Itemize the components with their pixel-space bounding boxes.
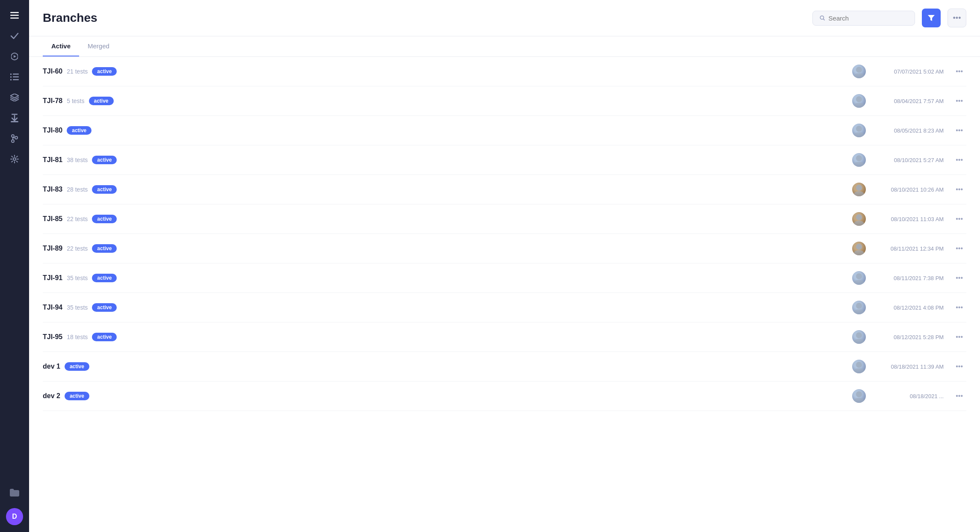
branch-date: 08/11/2021 12:34 PM xyxy=(871,245,944,252)
branch-more-button[interactable]: ••• xyxy=(952,302,966,313)
svg-point-25 xyxy=(854,103,864,108)
branch-date: 08/12/2021 4:08 PM xyxy=(871,304,944,311)
branch-meta: 07/07/2021 5:02 AM ••• xyxy=(852,65,966,78)
svg-rect-8 xyxy=(13,77,19,78)
user-avatar[interactable]: D xyxy=(6,508,23,525)
svg-point-30 xyxy=(856,185,862,191)
status-badge: active xyxy=(92,67,117,76)
branch-more-button[interactable]: ••• xyxy=(952,361,966,372)
branch-meta: 08/12/2021 5:28 PM ••• xyxy=(852,330,966,344)
search-input[interactable] xyxy=(829,15,908,22)
menu-icon[interactable] xyxy=(6,7,23,24)
branch-info: TJI-94 35 tests active xyxy=(43,303,852,312)
branch-date: 08/05/2021 8:23 AM xyxy=(871,127,944,134)
branch-name: TJI-81 xyxy=(43,156,62,164)
svg-point-28 xyxy=(856,155,862,161)
table-row: TJI-95 18 tests active 08/12/2021 5:28 P… xyxy=(43,322,966,352)
status-badge: active xyxy=(92,244,117,253)
folder-icon[interactable] xyxy=(6,484,23,501)
avatar xyxy=(852,212,866,226)
branch-meta: 08/11/2021 7:38 PM ••• xyxy=(852,271,966,285)
branch-info: TJI-78 5 tests active xyxy=(43,97,852,105)
svg-rect-7 xyxy=(10,77,12,78)
branch-meta: 08/10/2021 10:26 AM ••• xyxy=(852,183,966,196)
branch-more-button[interactable]: ••• xyxy=(952,213,966,225)
avatar xyxy=(852,301,866,314)
branch-date: 07/07/2021 5:02 AM xyxy=(871,68,944,75)
branch-name: TJI-85 xyxy=(43,215,62,223)
branch-more-button[interactable]: ••• xyxy=(952,66,966,77)
svg-rect-5 xyxy=(10,74,12,75)
table-row: TJI-81 38 tests active 08/10/2021 5:27 A… xyxy=(43,145,966,175)
check-icon[interactable] xyxy=(6,27,23,44)
branch-name: TJI-80 xyxy=(43,127,62,134)
svg-marker-4 xyxy=(14,55,16,58)
svg-point-37 xyxy=(854,280,864,285)
status-badge: active xyxy=(92,333,117,341)
svg-rect-9 xyxy=(10,79,12,80)
branch-info: TJI-85 22 tests active xyxy=(43,215,852,223)
git-icon[interactable] xyxy=(6,130,23,147)
branch-name: TJI-94 xyxy=(43,304,62,311)
branch-more-button[interactable]: ••• xyxy=(952,184,966,195)
branch-date: 08/18/2021 11:39 AM xyxy=(871,364,944,370)
more-options-button[interactable]: ••• xyxy=(948,9,966,27)
table-row: TJI-94 35 tests active 08/12/2021 4:08 P… xyxy=(43,293,966,322)
layers-icon[interactable] xyxy=(6,89,23,106)
avatar xyxy=(852,389,866,403)
branch-meta: 08/12/2021 4:08 PM ••• xyxy=(852,301,966,314)
table-row: TJI-91 35 tests active 08/11/2021 7:38 P… xyxy=(43,263,966,293)
branch-more-button[interactable]: ••• xyxy=(952,154,966,166)
settings-icon[interactable] xyxy=(6,151,23,168)
svg-point-29 xyxy=(854,162,864,167)
branch-info: dev 1 active xyxy=(43,362,852,371)
branch-more-button[interactable]: ••• xyxy=(952,243,966,254)
branch-more-button[interactable]: ••• xyxy=(952,390,966,402)
svg-point-32 xyxy=(856,214,862,220)
avatar xyxy=(852,124,866,137)
svg-rect-2 xyxy=(10,18,19,19)
tab-merged[interactable]: Merged xyxy=(79,36,118,56)
branch-name: TJI-91 xyxy=(43,274,62,282)
branch-meta: 08/18/2021 ... ••• xyxy=(852,389,966,403)
branch-more-button[interactable]: ••• xyxy=(952,125,966,136)
svg-rect-1 xyxy=(10,15,19,16)
branch-info: TJI-89 22 tests active xyxy=(43,244,852,253)
list-check-icon[interactable] xyxy=(6,68,23,86)
status-badge: active xyxy=(67,126,92,135)
svg-point-19 xyxy=(820,16,824,19)
branch-info: TJI-80 active xyxy=(43,126,852,135)
svg-point-44 xyxy=(856,391,862,397)
branch-meta: 08/11/2021 12:34 PM ••• xyxy=(852,242,966,255)
filter-button[interactable] xyxy=(922,9,941,27)
play-icon[interactable] xyxy=(6,48,23,65)
svg-point-43 xyxy=(854,368,864,373)
branch-date: 08/10/2021 10:26 AM xyxy=(871,186,944,193)
svg-point-39 xyxy=(854,309,864,314)
import-icon[interactable] xyxy=(6,109,23,127)
svg-point-16 xyxy=(15,136,18,139)
status-badge: active xyxy=(92,185,117,194)
tab-active[interactable]: Active xyxy=(43,36,79,56)
branch-name: TJI-95 xyxy=(43,333,62,341)
status-badge: active xyxy=(92,215,117,223)
svg-point-36 xyxy=(856,273,862,279)
branch-more-button[interactable]: ••• xyxy=(952,95,966,106)
search-icon xyxy=(820,15,825,21)
branch-tests: 35 tests xyxy=(67,275,88,281)
branch-info: TJI-60 21 tests active xyxy=(43,67,852,76)
avatar xyxy=(852,271,866,285)
branch-date: 08/10/2021 5:27 AM xyxy=(871,157,944,163)
svg-point-27 xyxy=(854,132,864,137)
branch-more-button[interactable]: ••• xyxy=(952,331,966,343)
sidebar: D xyxy=(0,0,29,532)
branch-name: TJI-89 xyxy=(43,245,62,252)
branch-more-button[interactable]: ••• xyxy=(952,272,966,284)
branch-tests: 18 tests xyxy=(67,334,88,340)
tabs-container: Active Merged xyxy=(29,36,980,57)
branch-info: dev 2 active xyxy=(43,392,852,400)
page-title: Branches xyxy=(43,11,806,25)
svg-point-26 xyxy=(856,126,862,132)
table-row: TJI-85 22 tests active 08/10/2021 11:03 … xyxy=(43,204,966,234)
svg-point-23 xyxy=(854,73,864,78)
